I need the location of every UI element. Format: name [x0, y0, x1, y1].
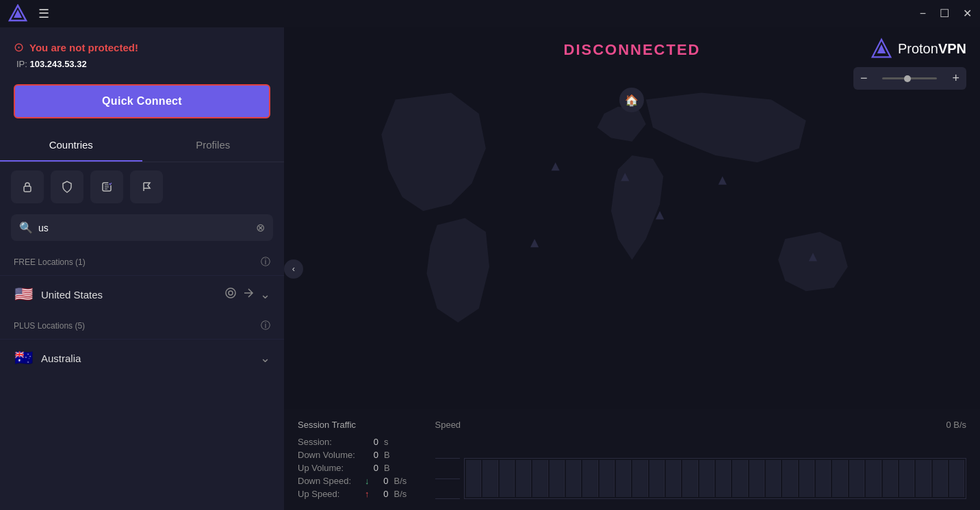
home-location-marker[interactable]: 🏠 — [619, 88, 644, 112]
speed-value: 0 B/s — [946, 420, 966, 430]
stat-down-volume-value: 0 — [365, 450, 378, 460]
quick-connect-button[interactable]: Quick Connect — [14, 84, 270, 118]
protection-banner: ⊙ You are not protected! IP: 103.243.53.… — [0, 27, 284, 76]
titlebar: ☰ − ☐ ✕ — [0, 0, 980, 27]
search-wrap: 🔍 ⊗ — [0, 212, 284, 249]
svg-marker-10 — [719, 176, 727, 184]
world-map — [284, 27, 980, 409]
server-chevron-usa[interactable]: ⌄ — [260, 287, 270, 302]
window-controls: − ☐ ✕ — [920, 8, 972, 19]
alert-icon: ⊙ — [14, 40, 24, 55]
titlebar-left: ☰ — [8, 4, 49, 23]
plus-locations-header: PLUS Locations (5) ⓘ — [0, 313, 284, 339]
menu-icon[interactable]: ☰ — [38, 8, 49, 20]
server-name-australia: Australia — [41, 353, 252, 364]
shield-filter-button[interactable] — [51, 170, 83, 203]
session-traffic-section: Session Traffic Session: 0 s Down Volume… — [298, 420, 408, 499]
svg-rect-2 — [24, 186, 31, 192]
stat-session-value: 0 — [365, 437, 378, 447]
svg-point-6 — [229, 291, 233, 295]
server-item-australia[interactable]: 🇦🇺 Australia ⌄ — [0, 339, 284, 377]
session-traffic-title: Session Traffic — [298, 420, 408, 430]
svg-marker-9 — [656, 211, 664, 219]
tab-profiles[interactable]: Profiles — [142, 129, 285, 162]
disconnected-label: DISCONNECTED — [563, 41, 700, 59]
server-chevron-australia[interactable]: ⌄ — [260, 350, 270, 366]
stat-down-speed-unit: B/s — [394, 476, 408, 486]
server-name-united-states: United States — [41, 289, 216, 301]
ip-row: IP: 103.243.53.32 — [14, 59, 270, 69]
main-layout: ⊙ You are not protected! IP: 103.243.53.… — [0, 27, 980, 510]
speed-header: Speed 0 B/s — [435, 420, 967, 430]
stat-down-volume: Down Volume: 0 B — [298, 450, 408, 460]
left-panel: ⊙ You are not protected! IP: 103.243.53.… — [0, 27, 284, 510]
speed-title: Speed — [435, 420, 461, 430]
lock-filter-button[interactable] — [11, 170, 44, 203]
stat-up-speed-label: Up Speed: — [298, 489, 359, 499]
tab-countries[interactable]: Countries — [0, 129, 142, 162]
search-icon: 🔍 — [19, 221, 33, 234]
stat-up-volume: Up Volume: 0 B — [298, 463, 408, 473]
plus-locations-info-icon[interactable]: ⓘ — [261, 320, 270, 332]
search-input-wrap: 🔍 ⊗ — [11, 214, 273, 241]
search-clear-button[interactable]: ⊗ — [256, 221, 265, 234]
stat-up-speed-value: 0 — [375, 489, 389, 499]
quick-connect-wrap: Quick Connect — [0, 76, 284, 129]
stat-down-volume-label: Down Volume: — [298, 450, 359, 460]
not-protected-text: You are not protected! — [29, 42, 138, 53]
server-connect-button-usa[interactable] — [242, 287, 255, 302]
app-logo-icon — [8, 4, 27, 23]
server-actions-australia: ⌄ — [260, 350, 270, 366]
free-locations-header: FREE Locations (1) ⓘ — [0, 249, 284, 275]
arrow-down-icon: ↓ — [365, 476, 370, 486]
speed-chart-section: Speed 0 B/s (function() { const co — [435, 420, 967, 499]
stat-up-volume-unit: B — [384, 463, 398, 473]
search-input[interactable] — [38, 222, 250, 233]
stat-up-speed: Up Speed: ↑ 0 B/s — [298, 489, 408, 499]
stat-down-speed-value: 0 — [375, 476, 389, 486]
stat-down-volume-unit: B — [384, 450, 398, 460]
flag-usa: 🇺🇸 — [14, 285, 33, 303]
flag-filter-button[interactable] — [130, 170, 163, 203]
free-locations-info-icon[interactable]: ⓘ — [261, 256, 270, 268]
server-list: FREE Locations (1) ⓘ 🇺🇸 United States — [0, 249, 284, 510]
server-actions-usa: ⌄ — [224, 287, 270, 302]
stat-up-volume-label: Up Volume: — [298, 463, 359, 473]
tabs-row: Countries Profiles — [0, 129, 284, 162]
map-area: DISCONNECTED ProtonVPN − + — [284, 27, 980, 409]
server-refresh-button-usa[interactable] — [224, 287, 237, 302]
svg-point-5 — [226, 288, 235, 298]
right-panel: ‹ DISCONNECTED ProtonVPN − — [284, 27, 980, 510]
plus-locations-label: PLUS Locations (5) — [14, 321, 85, 331]
stat-down-speed-label: Down Speed: — [298, 476, 359, 486]
free-locations-label: FREE Locations (1) — [14, 257, 86, 267]
stat-session-unit: s — [384, 437, 398, 447]
flag-australia: 🇦🇺 — [14, 349, 33, 367]
svg-marker-14 — [530, 239, 539, 247]
stat-session: Session: 0 s — [298, 437, 408, 447]
server-item-united-states[interactable]: 🇺🇸 United States ⌄ — [0, 275, 284, 313]
svg-marker-13 — [552, 162, 560, 170]
maximize-button[interactable]: ☐ — [940, 8, 949, 19]
stat-down-speed: Down Speed: ↓ 0 B/s — [298, 476, 408, 486]
minimize-button[interactable]: − — [920, 8, 926, 19]
arrow-up-icon: ↑ — [365, 489, 370, 499]
ip-value: 103.243.53.32 — [30, 59, 87, 69]
close-button[interactable]: ✕ — [963, 8, 972, 19]
stat-up-volume-value: 0 — [365, 463, 378, 473]
not-protected-row: ⊙ You are not protected! — [14, 40, 270, 55]
stat-session-label: Session: — [298, 437, 359, 447]
ip-label: IP: — [16, 59, 27, 69]
edit-filter-button[interactable] — [90, 170, 123, 203]
speed-chart: (function() { const container = document… — [435, 435, 967, 499]
collapse-panel-button[interactable]: ‹ — [284, 259, 303, 279]
stat-up-speed-unit: B/s — [394, 489, 408, 499]
stats-panel: Session Traffic Session: 0 s Down Volume… — [284, 409, 980, 510]
filter-row — [0, 162, 284, 212]
